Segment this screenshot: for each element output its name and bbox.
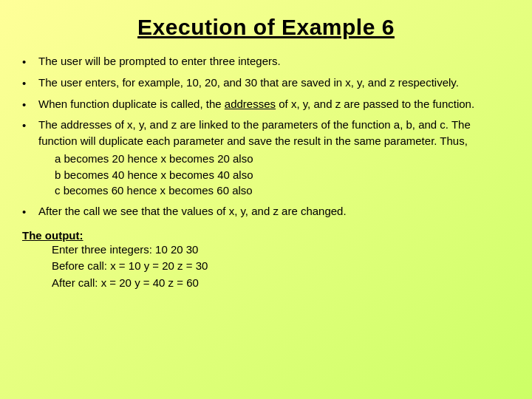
main-container: Execution of Example 6 • The user will b… [0, 0, 532, 399]
output-line-3: After call: x = 20 y = 40 z = 60 [52, 275, 510, 292]
output-section: The output: Enter three integers: 10 20 … [22, 229, 510, 292]
output-line-1: Enter three integers: 10 20 30 [52, 242, 510, 259]
bullet-icon: • [22, 75, 35, 92]
output-content: Enter three integers: 10 20 30 Before ca… [52, 242, 510, 292]
bullet-text-3-after: of x, y, and z are passed to the functio… [276, 98, 474, 110]
bullet-text-2: The user enters, for example, 10, 20, an… [38, 75, 510, 91]
list-item: • After the call we see that the values … [22, 203, 510, 220]
indented-block: a becomes 20 hence x becomes 20 also b b… [55, 151, 510, 199]
indented-line-3: c becomes 60 hence x becomes 60 also [55, 184, 253, 197]
indented-line-2: b becomes 40 hence x becomes 40 also [55, 168, 253, 181]
bullet-icon: • [22, 54, 35, 70]
bullet-icon: • [22, 204, 35, 220]
list-item: • The addresses of x, y, and z are linke… [22, 117, 510, 199]
bullet-list: • The user will be prompted to enter thr… [22, 53, 510, 225]
bullet-text-4: The addresses of x, y, and z are linked … [38, 117, 510, 199]
list-item: • When function duplicate is called, the… [22, 96, 510, 113]
bullet-text-4-main: The addresses of x, y, and z are linked … [38, 118, 471, 147]
bullet-text-3: When function duplicate is called, the a… [38, 96, 510, 112]
bullet-text-1: The user will be prompted to enter three… [38, 53, 510, 69]
page-title: Execution of Example 6 [22, 15, 510, 40]
indented-line-1: a becomes 20 hence x becomes 20 also [55, 152, 253, 165]
output-line-2: Before call: x = 10 y = 20 z = 30 [52, 258, 510, 275]
bullet-icon: • [22, 117, 35, 134]
bullet-icon: • [22, 97, 35, 113]
bullet-text-3-underline: addresses [225, 98, 276, 110]
list-item: • The user enters, for example, 10, 20, … [22, 75, 510, 92]
list-item: • The user will be prompted to enter thr… [22, 53, 510, 70]
bullet-text-5: After the call we see that the values of… [38, 203, 510, 219]
output-label: The output: [22, 229, 83, 242]
bullet-text-3-before: When function duplicate is called, the [38, 98, 225, 110]
